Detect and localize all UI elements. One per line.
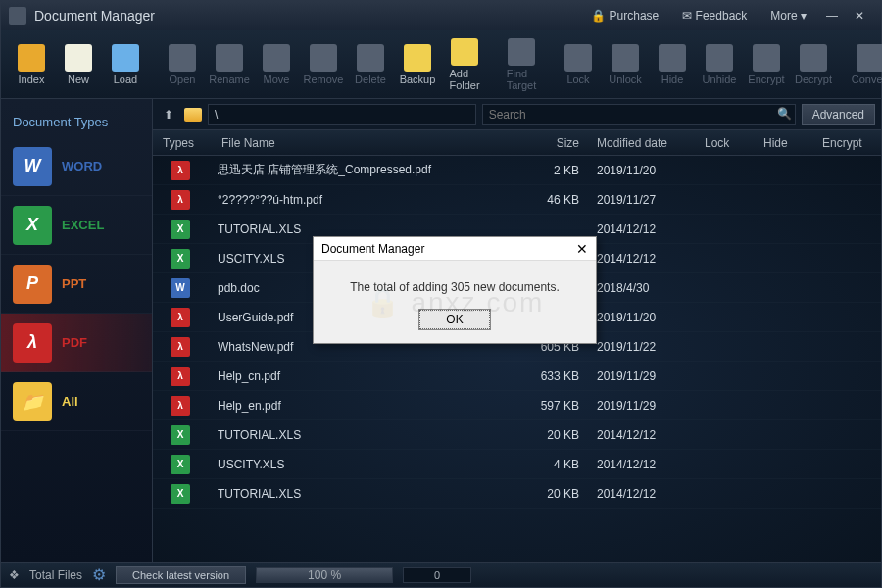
- table-row[interactable]: λHelp_en.pdf597 KB2019/11/29: [153, 391, 881, 420]
- toolbar-new[interactable]: New: [56, 40, 101, 89]
- toolbar-label: Add Folder: [449, 68, 479, 91]
- path-input[interactable]: [208, 104, 476, 125]
- table-row[interactable]: XTUTORIAL.XLS20 KB2014/12/12: [153, 479, 881, 509]
- load-icon: [112, 44, 139, 72]
- feedback-button[interactable]: ✉ Feedback: [672, 5, 757, 26]
- toolbar-move: Move: [254, 40, 299, 89]
- toolbar-index[interactable]: Index: [9, 40, 54, 89]
- dialog-body: 🔒 anxz.com The total of adding 305 new d…: [314, 261, 596, 343]
- pdf-icon: λ: [171, 161, 190, 180]
- settings-icon[interactable]: ⚙: [92, 565, 106, 584]
- toolbar-label: New: [68, 74, 89, 85]
- doctype-label: EXCEL: [62, 218, 104, 232]
- backup-icon: [404, 44, 431, 72]
- up-button[interactable]: ⬆: [159, 105, 178, 124]
- file-date: 2019/11/27: [597, 193, 705, 207]
- file-date: 2019/11/22: [597, 340, 705, 354]
- file-date: 2014/12/12: [597, 252, 705, 266]
- message-dialog: Document Manager ✕ 🔒 anxz.com The total …: [313, 236, 597, 344]
- table-row[interactable]: λHelp_cn.pdf633 KB2019/11/29: [153, 362, 881, 391]
- pdf-icon: λ: [171, 337, 190, 357]
- rename-icon: [216, 44, 243, 72]
- doctype-label: WORD: [62, 159, 102, 173]
- col-hide[interactable]: Hide: [763, 136, 822, 150]
- toolbar-encrypt: Encrypt: [744, 40, 789, 89]
- file-date: 2019/11/20: [597, 311, 705, 324]
- toolbar-backup[interactable]: Backup: [395, 40, 440, 89]
- sidebar-item-pdf[interactable]: λPDF: [1, 314, 152, 372]
- toolbar-label: Encrypt: [748, 74, 784, 85]
- col-lock[interactable]: Lock: [705, 136, 763, 150]
- xls-icon: X: [171, 425, 190, 445]
- file-name: 思迅天店 店铺管理系统_Compressed.pdf: [190, 162, 518, 178]
- move-icon: [263, 44, 290, 72]
- table-row[interactable]: λ思迅天店 店铺管理系统_Compressed.pdf2 KB2019/11/2…: [153, 156, 881, 185]
- toolbar-lock: Lock: [556, 40, 601, 89]
- app-window: Document Manager 🔒 Purchase ✉ Feedback M…: [0, 0, 882, 588]
- table-row[interactable]: XUSCITY.XLS4 KB2014/12/12: [153, 450, 881, 479]
- sidebar-item-word[interactable]: WWORD: [1, 137, 152, 196]
- col-types[interactable]: Types: [153, 136, 212, 150]
- all-icon: 📁: [13, 382, 52, 421]
- word-icon: W: [13, 147, 52, 186]
- table-row[interactable]: XTUTORIAL.XLS20 KB2014/12/12: [153, 420, 881, 450]
- purchase-label: Purchase: [610, 9, 660, 23]
- col-size[interactable]: Size: [518, 136, 597, 150]
- file-date: 2019/11/29: [597, 369, 705, 383]
- pdf-icon: λ: [13, 323, 52, 363]
- file-name: TUTORIAL.XLS: [190, 487, 518, 501]
- more-button[interactable]: More ▾: [760, 5, 816, 26]
- sidebar-item-excel[interactable]: XEXCEL: [1, 196, 152, 255]
- dialog-ok-button[interactable]: OK: [419, 310, 489, 329]
- dialog-titlebar: Document Manager ✕: [314, 237, 596, 261]
- purchase-button[interactable]: 🔒 Purchase: [581, 5, 668, 26]
- pdf-icon: λ: [171, 367, 190, 386]
- search-input[interactable]: [482, 104, 796, 125]
- dialog-close-button[interactable]: ✕: [576, 241, 588, 257]
- file-name: TUTORIAL.XLS: [190, 222, 518, 236]
- doctype-label: PPT: [62, 276, 86, 291]
- doctype-label: PDF: [62, 335, 87, 350]
- toolbar-label: Unhide: [703, 74, 737, 85]
- pdf-icon: λ: [171, 190, 190, 210]
- xls-icon: X: [171, 249, 190, 269]
- file-size: 20 KB: [518, 487, 597, 501]
- dialog-title: Document Manager: [321, 242, 424, 256]
- close-button[interactable]: ✕: [849, 5, 870, 26]
- toolbar-find-target: Find Target: [499, 34, 544, 95]
- new-icon: [65, 44, 92, 72]
- total-files-icon: ❖: [9, 568, 20, 582]
- file-date: 2014/12/12: [597, 428, 705, 442]
- col-date[interactable]: Modified date: [597, 136, 705, 150]
- file-name: TUTORIAL.XLS: [190, 428, 518, 442]
- file-list[interactable]: λ思迅天店 店铺管理系统_Compressed.pdf2 KB2019/11/2…: [153, 156, 881, 562]
- col-name[interactable]: File Name: [212, 136, 518, 150]
- file-name: °2????°??ú-htm.pdf: [190, 193, 518, 207]
- toolbar-hide: Hide: [650, 40, 695, 89]
- pathbar: ⬆ 🔍 Advanced: [153, 99, 881, 130]
- progress-bar: 100 %: [256, 567, 393, 583]
- toolbar-label: Backup: [400, 74, 436, 85]
- sidebar-item-all[interactable]: 📁All: [1, 372, 152, 431]
- toolbar-load[interactable]: Load: [103, 40, 148, 89]
- toolbar-add-folder[interactable]: Add Folder: [442, 34, 487, 95]
- file-name: Help_cn.pdf: [190, 369, 518, 383]
- xls-icon: X: [171, 455, 190, 474]
- table-row[interactable]: λ°2????°??ú-htm.pdf46 KB2019/11/27: [153, 185, 881, 215]
- advanced-button[interactable]: Advanced: [802, 104, 875, 125]
- toolbar-label: Unlock: [609, 74, 642, 85]
- toolbar-unlock: Unlock: [603, 40, 648, 89]
- open-icon: [169, 44, 196, 72]
- sidebar-item-ppt[interactable]: PPPT: [1, 255, 152, 314]
- sidebar-title: Document Types: [1, 107, 152, 137]
- dialog-message: The total of adding 305 new documents.: [329, 280, 580, 294]
- col-enc[interactable]: Encrypt: [822, 136, 881, 150]
- file-size: 633 KB: [518, 369, 597, 383]
- minimize-button[interactable]: —: [821, 5, 843, 26]
- file-size: 46 KB: [518, 193, 597, 207]
- toolbar-label: Delete: [355, 74, 386, 85]
- search-wrap: 🔍: [482, 104, 796, 125]
- search-icon[interactable]: 🔍: [777, 107, 792, 121]
- toolbar-label: Index: [19, 74, 45, 85]
- check-version-button[interactable]: Check latest version: [116, 566, 246, 584]
